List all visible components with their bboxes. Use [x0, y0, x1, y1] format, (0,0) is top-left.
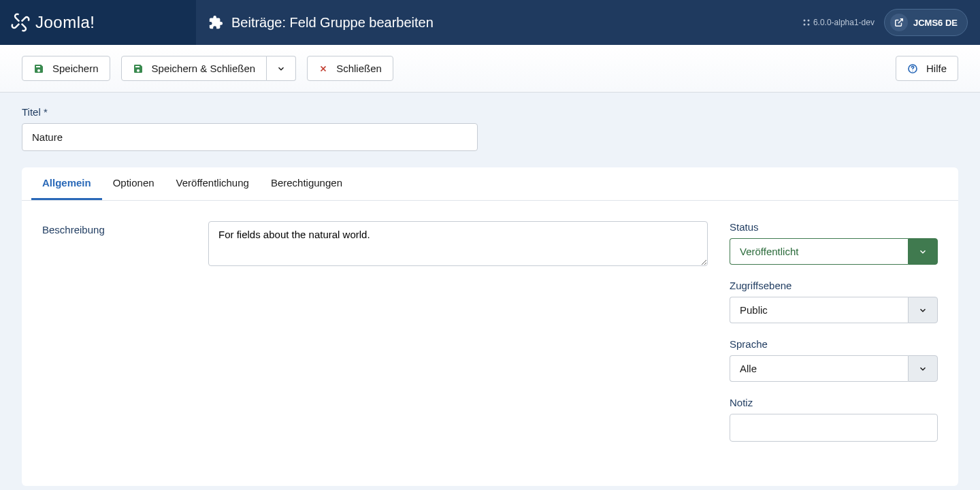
- svg-point-2: [803, 24, 805, 26]
- site-link-button[interactable]: JCMS6 DE: [884, 9, 968, 36]
- title-label: Titel *: [22, 106, 958, 118]
- language-label: Sprache: [730, 338, 938, 350]
- chevron-down-icon: [276, 64, 286, 74]
- brand-name: Joomla!: [35, 13, 95, 32]
- toolbar: Speichern Speichern & Schließen Schließe…: [0, 45, 980, 93]
- puzzle-icon: [208, 15, 223, 30]
- tab-permissions[interactable]: Berechtigungen: [260, 167, 353, 200]
- joomla-logo-icon: [11, 13, 30, 32]
- chevron-down-icon: [908, 297, 938, 323]
- brand-area[interactable]: Joomla!: [0, 0, 196, 45]
- svg-point-0: [803, 20, 805, 22]
- note-label: Notiz: [730, 397, 938, 408]
- tab-general[interactable]: Allgemein: [31, 167, 102, 200]
- help-icon: [907, 63, 918, 74]
- help-button[interactable]: Hilfe: [896, 56, 958, 81]
- tabs: Allgemein Optionen Veröffentlichung Bere…: [22, 167, 958, 200]
- save-icon: [133, 63, 144, 74]
- svg-point-5: [912, 70, 913, 71]
- chevron-down-icon: [908, 238, 938, 265]
- description-label: Beschreibung: [42, 221, 192, 466]
- tab-publishing[interactable]: Veröffentlichung: [165, 167, 260, 200]
- version-text[interactable]: 6.0.0-alpha1-dev: [802, 18, 875, 27]
- note-input[interactable]: [730, 414, 938, 442]
- joomla-mini-icon: [802, 18, 811, 27]
- access-select[interactable]: Public: [730, 297, 938, 323]
- close-button[interactable]: Schließen: [307, 56, 393, 81]
- title-input[interactable]: [22, 123, 478, 151]
- save-close-button[interactable]: Speichern & Schließen: [121, 56, 267, 81]
- status-select[interactable]: Veröffentlicht: [730, 238, 938, 265]
- access-label: Zugriffsebene: [730, 280, 938, 291]
- tab-options[interactable]: Optionen: [102, 167, 165, 200]
- page-title: Beiträge: Feld Gruppe bearbeiten: [231, 15, 434, 31]
- description-textarea[interactable]: [208, 221, 708, 266]
- external-link-icon: [890, 14, 908, 31]
- svg-point-3: [807, 24, 809, 26]
- language-select[interactable]: Alle: [730, 355, 938, 382]
- save-dropdown-button[interactable]: [267, 56, 296, 81]
- svg-point-1: [807, 20, 809, 22]
- save-button[interactable]: Speichern: [22, 56, 110, 81]
- chevron-down-icon: [908, 355, 938, 382]
- close-icon: [318, 64, 328, 74]
- status-label: Status: [730, 221, 938, 233]
- save-icon: [33, 63, 44, 74]
